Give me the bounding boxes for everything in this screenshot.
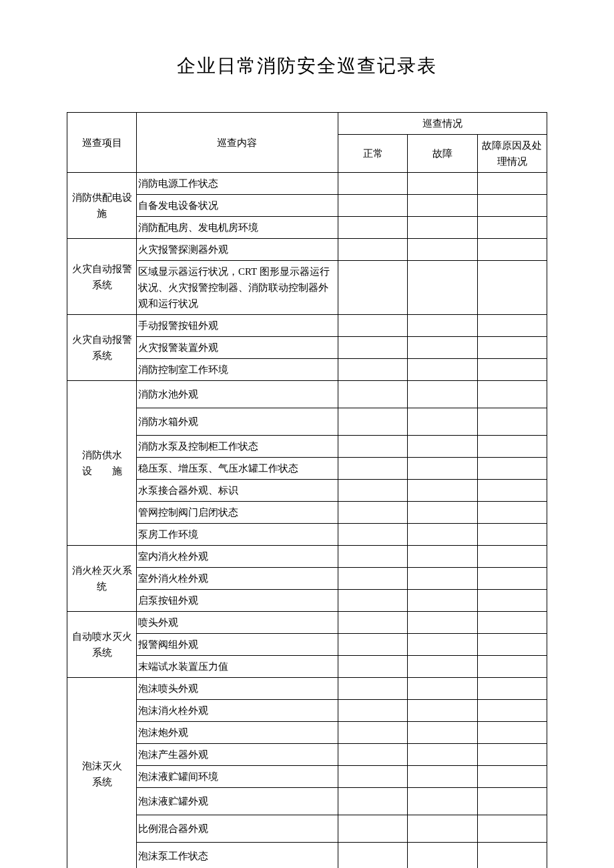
normal-cell xyxy=(338,678,408,700)
fault-cell xyxy=(408,568,477,590)
table-row: 火灾自动报警系统 手动报警按钮外观 xyxy=(67,315,547,337)
fault-cell xyxy=(408,590,477,612)
page-title: 企业日常消防安全巡查记录表 xyxy=(67,53,547,79)
content-cell: 消防配电房、发电机房环境 xyxy=(137,217,338,239)
hdr-reason: 故障原因及处理情况 xyxy=(477,135,547,173)
normal-cell xyxy=(338,843,408,869)
reason-cell xyxy=(477,261,547,315)
fault-cell xyxy=(408,788,477,815)
normal-cell xyxy=(338,612,408,634)
table-row: 消防供水 设 施 消防水池外观 xyxy=(67,381,547,408)
table-row: 报警阀组外观 xyxy=(67,634,547,656)
fault-cell xyxy=(408,195,477,217)
content-cell: 室外消火栓外观 xyxy=(137,568,338,590)
table-row: 自动喷水灭火系统 喷头外观 xyxy=(67,612,547,634)
normal-cell xyxy=(338,722,408,744)
normal-cell xyxy=(338,546,408,568)
reason-cell xyxy=(477,195,547,217)
fault-cell xyxy=(408,408,477,436)
inspection-table: 巡查项目 巡查内容 巡查情况 正常 故障 故障原因及处理情况 消防供配电设施 消… xyxy=(67,112,547,868)
reason-cell xyxy=(477,337,547,359)
table-row: 消防水箱外观 xyxy=(67,408,547,436)
category-line1: 消防供水 xyxy=(82,450,122,460)
fault-cell xyxy=(408,337,477,359)
normal-cell xyxy=(338,217,408,239)
content-cell: 末端试水装置压力值 xyxy=(137,656,338,678)
content-cell: 泡沫产生器外观 xyxy=(137,744,338,766)
content-cell: 火灾报警探测器外观 xyxy=(137,239,338,261)
normal-cell xyxy=(338,408,408,436)
normal-cell xyxy=(338,590,408,612)
reason-cell xyxy=(477,700,547,722)
table-row: 泡沫消火栓外观 xyxy=(67,700,547,722)
normal-cell xyxy=(338,634,408,656)
table-row: 末端试水装置压力值 xyxy=(67,656,547,678)
content-cell: 区域显示器运行状况，CRT 图形显示器运行状况、火灾报警控制器、消防联动控制器外… xyxy=(137,261,338,315)
category-cell: 自动喷水灭火系统 xyxy=(67,612,137,678)
category-cell: 火灾自动报警系统 xyxy=(67,239,137,315)
reason-cell xyxy=(477,502,547,524)
content-cell: 消防水箱外观 xyxy=(137,408,338,436)
content-cell: 泡沫炮外观 xyxy=(137,722,338,744)
table-row: 管网控制阀门启闭状态 xyxy=(67,502,547,524)
normal-cell xyxy=(338,480,408,502)
normal-cell xyxy=(338,766,408,788)
reason-cell xyxy=(477,678,547,700)
normal-cell xyxy=(338,315,408,337)
normal-cell xyxy=(338,195,408,217)
content-cell: 火灾报警装置外观 xyxy=(137,337,338,359)
category-line2: 设 施 xyxy=(82,466,122,476)
table-row: 火灾报警装置外观 xyxy=(67,337,547,359)
content-cell: 稳压泵、增压泵、气压水罐工作状态 xyxy=(137,458,338,480)
content-cell: 报警阀组外观 xyxy=(137,634,338,656)
fault-cell xyxy=(408,722,477,744)
reason-cell xyxy=(477,239,547,261)
normal-cell xyxy=(338,337,408,359)
reason-cell xyxy=(477,788,547,815)
table-row: 消防配电房、发电机房环境 xyxy=(67,217,547,239)
reason-cell xyxy=(477,656,547,678)
normal-cell xyxy=(338,458,408,480)
reason-cell xyxy=(477,524,547,546)
table-row: 比例混合器外观 xyxy=(67,815,547,843)
table-row: 区域显示器运行状况，CRT 图形显示器运行状况、火灾报警控制器、消防联动控制器外… xyxy=(67,261,547,315)
fault-cell xyxy=(408,766,477,788)
reason-cell xyxy=(477,843,547,869)
hdr-status: 巡查情况 xyxy=(338,113,547,135)
content-cell: 启泵按钮外观 xyxy=(137,590,338,612)
table-row: 泡沫液贮罐外观 xyxy=(67,788,547,815)
category-cell: 消防供配电设施 xyxy=(67,173,137,239)
fault-cell xyxy=(408,634,477,656)
fault-cell xyxy=(408,239,477,261)
normal-cell xyxy=(338,381,408,408)
fault-cell xyxy=(408,524,477,546)
fault-cell xyxy=(408,815,477,843)
reason-cell xyxy=(477,458,547,480)
content-cell: 手动报警按钮外观 xyxy=(137,315,338,337)
reason-cell xyxy=(477,766,547,788)
normal-cell xyxy=(338,568,408,590)
reason-cell xyxy=(477,546,547,568)
fault-cell xyxy=(408,173,477,195)
normal-cell xyxy=(338,502,408,524)
table-row: 泡沫液贮罐间环境 xyxy=(67,766,547,788)
normal-cell xyxy=(338,524,408,546)
fault-cell xyxy=(408,436,477,458)
reason-cell xyxy=(477,436,547,458)
table-row: 消防水泵及控制柜工作状态 xyxy=(67,436,547,458)
fault-cell xyxy=(408,546,477,568)
table-row: 启泵按钮外观 xyxy=(67,590,547,612)
reason-cell xyxy=(477,217,547,239)
normal-cell xyxy=(338,815,408,843)
normal-cell xyxy=(338,359,408,381)
content-cell: 比例混合器外观 xyxy=(137,815,338,843)
content-cell: 自备发电设备状况 xyxy=(137,195,338,217)
normal-cell xyxy=(338,239,408,261)
normal-cell xyxy=(338,436,408,458)
fault-cell xyxy=(408,381,477,408)
reason-cell xyxy=(477,408,547,436)
fault-cell xyxy=(408,843,477,869)
fault-cell xyxy=(408,700,477,722)
reason-cell xyxy=(477,173,547,195)
fault-cell xyxy=(408,612,477,634)
